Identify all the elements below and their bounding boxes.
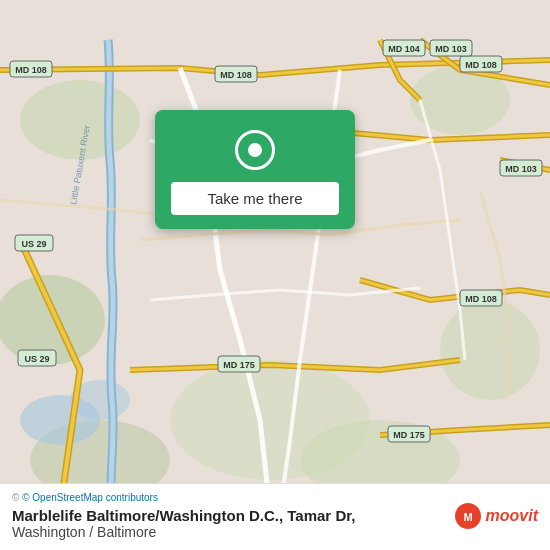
location-name: Marblelife Baltimore/Washington D.C., Ta… [12, 507, 355, 524]
bottom-bar: © © OpenStreetMap contributors Marblelif… [0, 483, 550, 550]
map-background: MD 108 MD 108 MD 108 MD 103 MD 104 MD 10… [0, 0, 550, 550]
svg-text:M: M [463, 511, 472, 523]
location-info: Marblelife Baltimore/Washington D.C., Ta… [12, 507, 355, 540]
svg-text:MD 175: MD 175 [393, 430, 425, 440]
moovit-brand-text: moovit [486, 507, 538, 525]
svg-text:MD 108: MD 108 [220, 70, 252, 80]
svg-point-4 [440, 300, 540, 400]
map-container: MD 108 MD 108 MD 108 MD 103 MD 104 MD 10… [0, 0, 550, 550]
moovit-icon: M [454, 502, 482, 530]
moovit-logo: M moovit [454, 502, 538, 530]
osm-link[interactable]: © OpenStreetMap contributors [22, 492, 158, 503]
svg-text:MD 175: MD 175 [223, 360, 255, 370]
road-network: MD 108 MD 108 MD 108 MD 103 MD 104 MD 10… [0, 0, 550, 550]
take-me-there-button[interactable]: Take me there [171, 182, 339, 215]
svg-text:MD 108: MD 108 [15, 65, 47, 75]
svg-text:MD 108: MD 108 [465, 60, 497, 70]
svg-text:US 29: US 29 [24, 354, 49, 364]
copyright-symbol: © [12, 492, 22, 503]
svg-point-7 [170, 360, 370, 480]
location-card: Take me there [155, 110, 355, 229]
svg-text:MD 103: MD 103 [505, 164, 537, 174]
location-pin-icon [233, 128, 277, 172]
svg-text:MD 103: MD 103 [435, 44, 467, 54]
svg-text:MD 104: MD 104 [388, 44, 420, 54]
location-sub: Washington / Baltimore [12, 524, 355, 540]
svg-text:US 29: US 29 [21, 239, 46, 249]
svg-text:MD 108: MD 108 [465, 294, 497, 304]
